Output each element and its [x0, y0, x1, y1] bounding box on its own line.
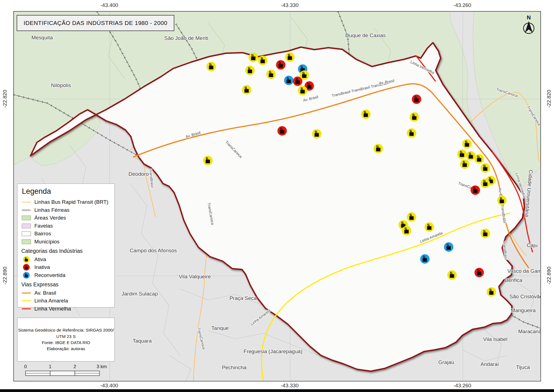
place-label: São Cristóvão: [509, 294, 540, 299]
marker-reconvertida: [420, 254, 430, 264]
legend-line-swatch: [21, 198, 31, 206]
marker-ativa: [457, 149, 467, 159]
coord-right-1: -22.820: [546, 89, 552, 109]
legend-item-label: Municípios: [34, 239, 60, 245]
info-line-3: Fonte: IBGE E DATA RIO: [42, 340, 90, 346]
marker-ativa: [266, 70, 276, 79]
marker-ativa: [249, 53, 258, 62]
info-line-1: Sistema Geodésico de Referência: SIRGAS …: [18, 327, 114, 333]
place-label: São João de Meriti: [164, 35, 208, 41]
legend-item-label: Favelas: [34, 223, 53, 229]
legend-item: Linhas Férreas: [21, 207, 111, 214]
legend-item: Bairros: [21, 230, 111, 237]
marker-ativa: [425, 222, 434, 232]
map-title: IDENTIFICAÇÃO DAS INDÚSTRIAS DE 1980 - 2…: [17, 15, 174, 31]
marker-inativa: [277, 126, 287, 136]
map-layout-page: -43.400 -43.330 -43.260 -43.400 -43.330 …: [0, 0, 554, 392]
place-label: Maracanã: [518, 329, 540, 334]
marker-ativa: [203, 156, 213, 165]
info-line-2: UTM 23 S: [56, 334, 76, 340]
marker-inativa: [471, 185, 480, 195]
marker-ativa: [487, 287, 496, 297]
place-label: Freguesia (Jacarepaguá): [244, 348, 302, 354]
scale-label-3: 3 km: [97, 364, 107, 369]
legend-area-swatch: [21, 238, 31, 245]
legend-item: Áreas Verdes: [21, 214, 111, 222]
place-label: Andaraí: [481, 361, 499, 367]
marker-ativa: [407, 212, 416, 222]
legend-item-label: Ativa: [34, 256, 46, 263]
marker-reconvertida: [444, 242, 453, 252]
coord-right-2: -22.890: [546, 266, 552, 286]
legend-item: Inativa: [21, 264, 111, 271]
marker-inativa: [474, 268, 484, 277]
coord-top-2: -43.330: [281, 2, 298, 8]
legend-item: Av. Brasil: [21, 289, 111, 297]
place-label: Deodoro: [129, 171, 149, 177]
place-label: Grajaú: [438, 359, 454, 365]
coord-left-1: -22.820: [2, 89, 8, 109]
legend-marker-swatch: [21, 272, 31, 279]
marker-ativa: [447, 270, 457, 280]
place-label: Benfica: [505, 277, 522, 283]
place-label: Taquara: [133, 338, 152, 344]
marker-ativa: [300, 70, 309, 80]
place-label: Pechincha: [222, 365, 247, 370]
map-title-text: IDENTIFICAÇÃO DAS INDÚSTRIAS DE 1980 - 2…: [24, 20, 167, 26]
legend-item: Linha Vermelha: [21, 305, 111, 312]
marker-inativa: [276, 60, 285, 70]
marker-ativa: [242, 85, 251, 95]
scale-label-0: 0: [24, 364, 27, 369]
marker-ativa: [474, 154, 484, 164]
legend-item: Linha Amarela: [21, 297, 111, 304]
legend-line-swatch: [21, 305, 31, 312]
legend-title: Legenda: [22, 187, 111, 196]
marker-reconvertida: [284, 76, 293, 85]
coord-top-3: -43.260: [453, 2, 471, 8]
coord-bottom-2: -43.330: [281, 383, 298, 389]
legend-marker-swatch: [21, 264, 31, 271]
legend-area-swatch: [21, 230, 31, 237]
marker-ativa: [481, 229, 490, 238]
scale-label-1: 1: [49, 364, 51, 369]
marker-ativa: [462, 139, 472, 149]
legend-item-label: Av. Brasil: [34, 290, 56, 296]
marker-ativa: [361, 110, 371, 119]
legend-item-label: Bairros: [34, 231, 51, 237]
coord-bottom-1: -43.400: [100, 383, 118, 389]
info-line-4: Elaboração: autoras: [47, 346, 85, 352]
reference-info-box: Sistema Geodésico de Referência: SIRGAS …: [17, 318, 115, 362]
legend-area-swatch: [21, 222, 31, 230]
place-label: Campo dos Afonsos: [130, 248, 177, 253]
legend-item-label: Áreas Verdes: [34, 215, 66, 221]
bottom-strip: [0, 389, 554, 392]
place-label: Vila Isabel: [483, 336, 507, 342]
place-label: Vila Valqueire: [179, 274, 211, 279]
marker-ativa: [410, 112, 419, 122]
legend-item: Linhas Bus Rapid Transit (BRT): [21, 198, 111, 206]
legend-railway-swatch: [21, 207, 31, 214]
place-label: Tanque: [211, 325, 229, 331]
legend-item-label: Linha Amarela: [34, 298, 68, 304]
marker-inativa: [412, 95, 421, 104]
legend-item-label: Linhas Férreas: [34, 207, 70, 213]
place-label: Nilópolis: [51, 82, 71, 88]
place-label: Caju: [527, 242, 537, 248]
marker-ativa: [460, 159, 469, 169]
marker-ativa: [402, 226, 411, 235]
legend-panel: Legenda Linhas Bus Rapid Transit (BRT)Li…: [17, 184, 115, 307]
legend-section-heading: Categorias das Indústrias: [21, 248, 111, 254]
legend-section-heading: Vias Expressas: [21, 281, 111, 288]
legend-item: Reconvertida: [21, 272, 111, 279]
marker-ativa: [497, 196, 507, 205]
place-label: Mangueira: [511, 307, 536, 313]
marker-ativa: [312, 129, 321, 139]
coord-top-1: -43.400: [100, 2, 118, 8]
place-label: Tijuca: [516, 364, 530, 370]
scale-label-2: 2: [73, 364, 76, 369]
legend-marker-swatch: [21, 256, 31, 263]
marker-ativa: [407, 128, 416, 138]
legend-item-label: Linhas Bus Rapid Transit (BRT): [34, 199, 108, 205]
legend-item-label: Inativa: [34, 264, 50, 270]
legend-area-swatch: [21, 214, 31, 222]
